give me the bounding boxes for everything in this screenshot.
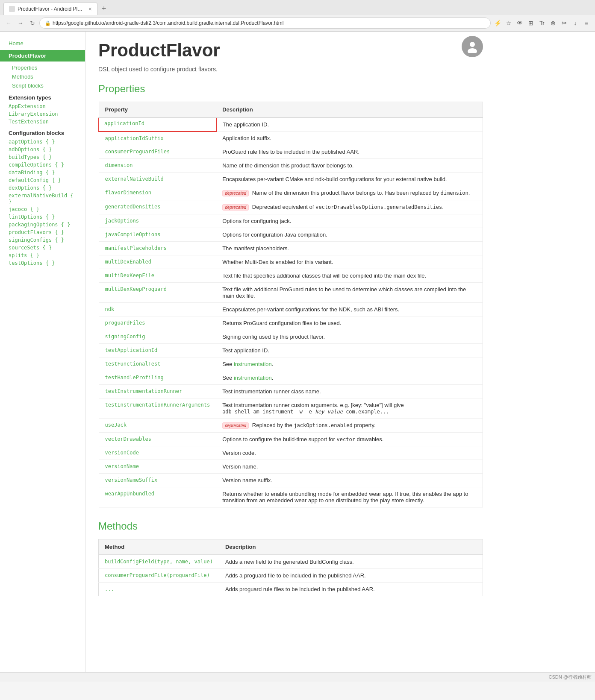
description-col-header: Description: [216, 102, 483, 118]
property-name[interactable]: javaCompileOptions: [99, 228, 216, 242]
deprecated-badge: deprecated: [222, 422, 249, 429]
sidebar-properties-link[interactable]: Properties: [0, 63, 85, 72]
property-name[interactable]: versionName: [99, 460, 216, 474]
method-name[interactable]: consumerProguardFile(proguardFile): [99, 569, 219, 583]
sidebar-default-config-link[interactable]: defaultConfig { }: [0, 176, 85, 184]
property-name[interactable]: versionNameSuffix: [99, 474, 216, 487]
property-name[interactable]: generatedDensities: [99, 200, 216, 214]
download-icon[interactable]: ↓: [570, 18, 580, 28]
property-description: deprecated Replaced by the jackOptions.e…: [216, 419, 483, 433]
property-name[interactable]: proguardFiles: [99, 316, 216, 330]
property-name[interactable]: useJack: [99, 419, 216, 433]
svg-point-0: [470, 42, 475, 47]
property-name[interactable]: multiDexKeepFile: [99, 269, 216, 283]
refresh-button[interactable]: ↻: [27, 18, 38, 28]
method-name[interactable]: ...: [99, 583, 219, 596]
sidebar-home-link[interactable]: Home: [0, 38, 85, 48]
url-bar[interactable]: 🔒 https://google.github.io/android-gradl…: [39, 18, 491, 29]
property-name[interactable]: multiDexKeepProguard: [99, 283, 216, 303]
new-tab-button[interactable]: +: [99, 3, 109, 14]
sidebar-signing-configs-link[interactable]: signingConfigs { }: [0, 236, 85, 244]
sidebar-packaging-options-link[interactable]: packagingOptions { }: [0, 221, 85, 228]
sidebar-compile-options-link[interactable]: compileOptions { }: [0, 161, 85, 169]
tab-close-button[interactable]: ×: [88, 6, 92, 12]
property-description: Options to configure the build-time supp…: [216, 433, 483, 446]
property-name[interactable]: versionCode: [99, 446, 216, 460]
sidebar-test-extension-link[interactable]: TestExtension: [0, 118, 85, 126]
table-row: applicationIdSuffix Application id suffi…: [99, 132, 483, 145]
sidebar-lint-options-link[interactable]: lintOptions { }: [0, 213, 85, 221]
property-name[interactable]: jackOptions: [99, 214, 216, 228]
method-name[interactable]: buildConfigField(type, name, value): [99, 555, 219, 569]
table-row: vectorDrawables Options to configure the…: [99, 433, 483, 446]
back-button[interactable]: ←: [3, 18, 14, 28]
sidebar-data-binding-link[interactable]: dataBinding { }: [0, 169, 85, 176]
property-name[interactable]: testInstrumentationRunner: [99, 385, 216, 398]
property-name[interactable]: testInstrumentationRunnerArguments: [99, 398, 216, 419]
grid-icon[interactable]: ⊞: [526, 18, 536, 28]
bookmark-icon[interactable]: ☆: [504, 18, 514, 28]
table-row: generatedDensities deprecated Deprecated…: [99, 200, 483, 214]
sidebar-script-blocks-link[interactable]: Script blocks: [0, 81, 85, 90]
property-name[interactable]: wearAppUnbundled: [99, 487, 216, 507]
sidebar-library-extension-link[interactable]: LibraryExtension: [0, 110, 85, 118]
property-name[interactable]: flavorDimension: [99, 186, 216, 200]
menu-icon[interactable]: ≡: [581, 18, 592, 28]
scissors-icon[interactable]: ✂: [559, 18, 569, 28]
instrumentation-link-2[interactable]: instrumentation: [234, 375, 272, 381]
property-name[interactable]: testApplicationId: [99, 344, 216, 357]
lightning-icon[interactable]: ⚡: [492, 18, 503, 28]
table-row: signingConfig Signing config used by thi…: [99, 330, 483, 344]
property-name[interactable]: ndk: [99, 303, 216, 316]
table-row: consumerProguardFile(proguardFile) Adds …: [99, 569, 483, 583]
property-name[interactable]: applicationIdSuffix: [99, 132, 216, 145]
property-description: Returns ProGuard configuration files to …: [216, 316, 483, 330]
sidebar-product-flavors-link[interactable]: productFlavors { }: [0, 228, 85, 236]
sidebar-test-options-link[interactable]: testOptions { }: [0, 259, 85, 267]
sidebar-adb-options-link[interactable]: adbOptions { }: [0, 146, 85, 153]
sidebar-app-extension-link[interactable]: AppExtension: [0, 103, 85, 110]
main-content: ProductFlavor DSL object used to configu…: [85, 32, 496, 672]
property-name[interactable]: consumerProguardFiles: [99, 145, 216, 159]
sidebar-splits-link[interactable]: splits { }: [0, 252, 85, 259]
sidebar-external-native-build-link[interactable]: externalNativeBuild { }: [0, 192, 85, 205]
page-subtitle: DSL object used to configure product fla…: [98, 66, 483, 73]
table-row: manifestPlaceholders The manifest placeh…: [99, 242, 483, 255]
sidebar-active-item[interactable]: ProductFlavor: [0, 50, 85, 62]
method-description: Adds a new field to the generated BuildC…: [219, 555, 483, 569]
property-name[interactable]: dimension: [99, 159, 216, 173]
sidebar-build-types-link[interactable]: buildTypes { }: [0, 153, 85, 161]
property-name[interactable]: manifestPlaceholders: [99, 242, 216, 255]
forward-button[interactable]: →: [15, 18, 26, 28]
sidebar-methods-link[interactable]: Methods: [0, 72, 85, 81]
property-description: Version name suffix.: [216, 474, 483, 487]
property-description: Test instrumentation runner class name.: [216, 385, 483, 398]
table-row: ... Adds proguard rule files to be inclu…: [99, 583, 483, 596]
property-name[interactable]: testFunctionalTest: [99, 357, 216, 371]
property-name[interactable]: applicationId: [99, 117, 216, 132]
eye-icon[interactable]: 👁: [515, 18, 525, 28]
table-row: wearAppUnbundled Returns whether to enab…: [99, 487, 483, 507]
property-name[interactable]: externalNativeBuild: [99, 173, 216, 186]
active-tab[interactable]: ProductFlavor - Android Plugi... ×: [3, 3, 97, 15]
property-name[interactable]: testHandleProfiling: [99, 371, 216, 385]
sidebar-jacoco-link[interactable]: jacoco { }: [0, 205, 85, 213]
block-icon[interactable]: ⊗: [548, 18, 558, 28]
sidebar-source-sets-link[interactable]: sourceSets { }: [0, 244, 85, 252]
sidebar-aapt-options-link[interactable]: aaptOptions { }: [0, 138, 85, 146]
sidebar-dex-options-link[interactable]: dexOptions { }: [0, 184, 85, 192]
property-name[interactable]: signingConfig: [99, 330, 216, 344]
translate-icon[interactable]: Tr: [537, 18, 547, 28]
property-name[interactable]: vectorDrawables: [99, 433, 216, 446]
property-description: Whether Multi-Dex is enabled for this va…: [216, 255, 483, 269]
page-title: ProductFlavor: [98, 40, 483, 61]
property-name[interactable]: multiDexEnabled: [99, 255, 216, 269]
table-row: applicationId The application ID.: [99, 117, 483, 132]
table-row: flavorDimension deprecated Name of the d…: [99, 186, 483, 200]
property-description: The manifest placeholders.: [216, 242, 483, 255]
svg-point-1: [468, 48, 477, 53]
table-row: useJack deprecated Replaced by the jackO…: [99, 419, 483, 433]
instrumentation-link[interactable]: instrumentation: [234, 361, 272, 367]
avatar-container: [462, 36, 483, 57]
property-description: Text file that specifies additional clas…: [216, 269, 483, 283]
